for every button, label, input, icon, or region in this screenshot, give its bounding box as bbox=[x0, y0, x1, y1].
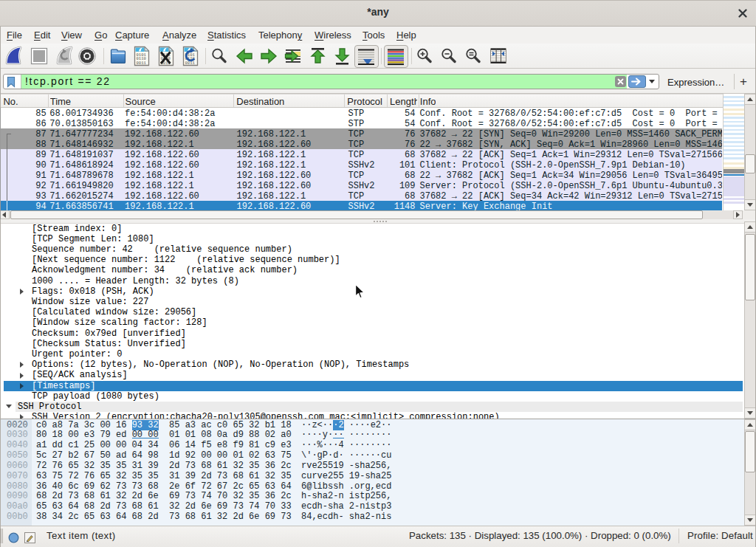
svg-text:0011: 0011 bbox=[137, 61, 147, 66]
